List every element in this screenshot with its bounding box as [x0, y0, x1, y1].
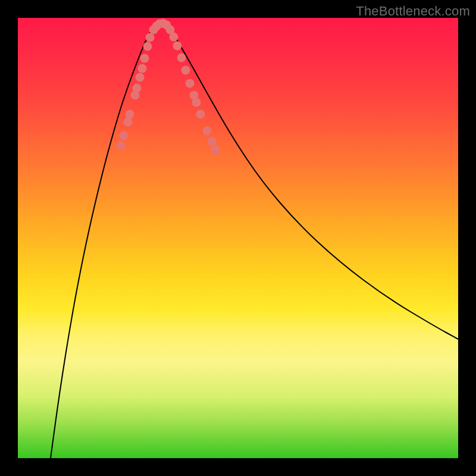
- chart-frame: TheBottleneck.com: [0, 0, 476, 476]
- scatter-point: [138, 64, 147, 73]
- scatter-point: [140, 54, 149, 63]
- scatter-point: [203, 127, 212, 136]
- scatter-point: [177, 54, 186, 62]
- scatter-point: [196, 110, 205, 119]
- scatter-point: [211, 146, 220, 155]
- scatter-point: [126, 110, 134, 119]
- scatter-point: [192, 98, 201, 107]
- scatter-point: [170, 33, 178, 42]
- scatter-point: [117, 142, 126, 151]
- watermark-label: TheBottleneck.com: [356, 4, 470, 19]
- scatter-point: [146, 33, 155, 42]
- plot-area: [18, 18, 458, 458]
- scatter-point: [186, 79, 195, 88]
- curve-svg: [18, 18, 458, 458]
- curve-left-branch: [51, 23, 158, 458]
- scatter-group: [117, 19, 220, 155]
- curve-right-branch: [164, 23, 458, 339]
- curve-right: [164, 23, 458, 339]
- scatter-point: [181, 66, 190, 75]
- scatter-point: [120, 131, 129, 140]
- scatter-point: [143, 42, 152, 51]
- scatter-point: [136, 73, 145, 82]
- curve-left: [51, 23, 158, 458]
- scatter-point: [173, 42, 182, 51]
- scatter-point: [208, 137, 217, 146]
- scatter-point: [133, 84, 142, 93]
- scatter-point: [124, 118, 133, 127]
